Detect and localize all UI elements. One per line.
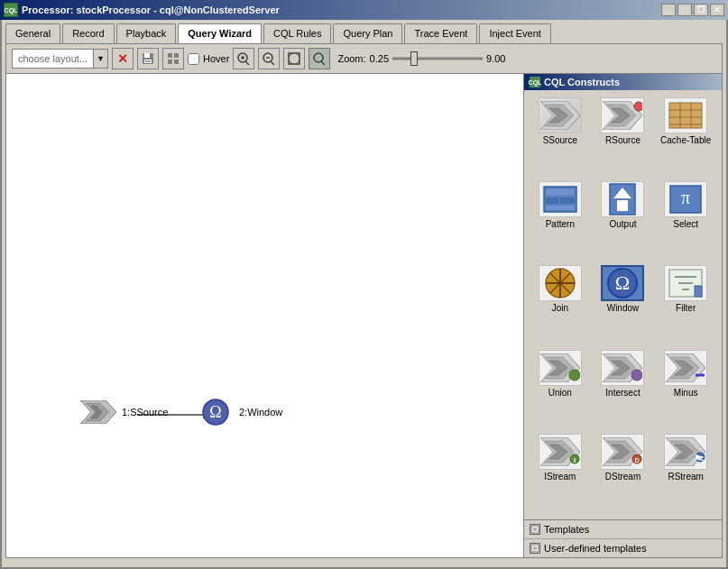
construct-rsource[interactable]: RSource <box>593 96 654 178</box>
output-icon <box>601 181 644 217</box>
maximize-button[interactable]: □ <box>677 4 692 16</box>
bottom-panel: Templates User-defined templates <box>524 519 722 557</box>
zoom-in-button[interactable] <box>233 48 254 69</box>
svg-rect-45 <box>546 206 575 210</box>
construct-dstream[interactable]: D DStream <box>593 432 654 514</box>
zoom-container: Zoom: 0.25 9.00 <box>337 50 505 68</box>
restore-button[interactable]: ❐ <box>694 4 708 16</box>
layout-select[interactable]: choose layout... ▼ <box>12 49 108 69</box>
window-node-icon: Ω <box>198 399 234 426</box>
hover-checkbox[interactable] <box>188 53 199 65</box>
tab-bar: General Record Playback Query Wizard CQL… <box>2 20 726 43</box>
svg-rect-91 <box>531 526 539 533</box>
ssource-icon-svg <box>540 101 580 130</box>
ssource-canvas-node[interactable]: 1:SSource <box>80 399 168 426</box>
svg-rect-5 <box>174 53 179 58</box>
rstream-label: RStream <box>668 472 703 482</box>
grid-icon <box>167 52 180 65</box>
minus-icon-svg <box>666 353 705 382</box>
canvas-area[interactable]: 1:SSource Ω 2:Window <box>6 74 523 557</box>
fit-icon <box>287 51 301 66</box>
minus-icon <box>664 350 707 386</box>
fit-button[interactable] <box>283 48 305 69</box>
construct-cache-table[interactable]: Cache-Table <box>655 96 716 178</box>
filter-icon-svg <box>668 268 704 298</box>
window-label: Window <box>607 303 640 313</box>
window-controls[interactable]: _ □ ❐ ✕ <box>661 4 724 16</box>
templates-section[interactable]: Templates <box>524 520 722 538</box>
constructs-grid: SSource RSource <box>524 90 722 519</box>
svg-line-11 <box>245 61 249 65</box>
pattern-label: Pattern <box>546 219 575 229</box>
layout-dropdown-button[interactable]: ▼ <box>93 50 107 68</box>
tab-query-plan[interactable]: Query Plan <box>333 23 402 43</box>
construct-join[interactable]: Join <box>530 263 591 345</box>
construct-window[interactable]: Ω Window <box>593 263 654 345</box>
svg-text:π: π <box>681 188 690 207</box>
intersect-label: Intersect <box>605 388 640 398</box>
user-defined-icon <box>530 543 540 554</box>
svg-rect-3 <box>145 60 151 62</box>
rsource-label: RSource <box>605 135 640 145</box>
right-panel: CQL CQL Constructs <box>523 74 722 557</box>
tab-playback[interactable]: Playback <box>116 23 177 43</box>
tab-content: choose layout... ▼ ✕ <box>5 43 723 558</box>
construct-filter[interactable]: Filter <box>655 263 716 345</box>
ssource-node-icon <box>80 399 116 426</box>
hover-checkbox-label[interactable]: Hover <box>188 53 229 65</box>
dstream-icon-svg: D <box>603 437 642 466</box>
save-button[interactable] <box>137 48 159 69</box>
output-label: Output <box>609 219 636 229</box>
templates-icon <box>530 524 540 535</box>
rsource-icon <box>601 97 644 133</box>
layout-select-text: choose layout... <box>13 53 93 64</box>
app-icon: CQL <box>4 3 18 17</box>
construct-ssource[interactable]: SSource <box>530 96 591 178</box>
svg-rect-7 <box>174 60 179 64</box>
tab-general[interactable]: General <box>5 23 60 43</box>
svg-point-70 <box>631 370 642 381</box>
svg-rect-6 <box>168 60 172 64</box>
close-button[interactable]: ✕ <box>710 4 724 16</box>
ssource-node-label: 1:SSource <box>122 407 168 418</box>
tab-record[interactable]: Record <box>62 23 114 43</box>
tab-cql-rules[interactable]: CQL Rules <box>263 23 331 43</box>
save-icon <box>142 52 154 65</box>
tab-trace-event[interactable]: Trace Event <box>404 23 477 43</box>
user-defined-section[interactable]: User-defined templates <box>524 538 722 557</box>
filter-icon <box>664 265 707 301</box>
construct-intersect[interactable]: Intersect <box>593 348 654 430</box>
construct-minus[interactable]: Minus <box>655 348 716 430</box>
svg-rect-44 <box>560 197 575 204</box>
svg-rect-94 <box>531 545 539 552</box>
intersect-icon-svg <box>603 353 642 382</box>
construct-output[interactable]: Output <box>593 179 654 262</box>
tab-inject-event[interactable]: Inject Event <box>479 23 550 43</box>
zoom-slider[interactable] <box>392 50 483 68</box>
user-defined-label: User-defined templates <box>544 543 647 554</box>
ssource-icon-svg <box>80 400 116 424</box>
construct-pattern[interactable]: Pattern <box>530 179 591 262</box>
dstream-icon: D <box>601 434 644 470</box>
union-icon-svg <box>540 353 580 382</box>
construct-select[interactable]: π Select <box>655 179 716 262</box>
zoom-out-button[interactable] <box>258 48 280 69</box>
construct-union[interactable]: Union <box>530 348 591 430</box>
svg-text:I: I <box>574 456 576 464</box>
delete-button[interactable]: ✕ <box>112 48 134 69</box>
grid-button[interactable] <box>162 48 184 69</box>
window-node-label: 2:Window <box>239 407 282 418</box>
window-canvas-node[interactable]: Ω 2:Window <box>198 399 282 426</box>
svg-rect-1 <box>144 53 150 58</box>
search-button[interactable] <box>309 48 330 69</box>
construct-rstream[interactable]: RStream <box>655 432 716 514</box>
union-icon <box>539 350 582 386</box>
templates-label: Templates <box>544 524 589 535</box>
zoom-thumb[interactable] <box>410 51 418 66</box>
construct-istream[interactable]: I IStream <box>530 432 591 514</box>
tab-query-wizard[interactable]: Query Wizard <box>178 23 262 43</box>
minimize-button[interactable]: _ <box>661 4 676 16</box>
hover-label: Hover <box>203 53 229 64</box>
dstream-label: DStream <box>605 472 640 482</box>
rstream-icon-svg <box>666 437 705 466</box>
